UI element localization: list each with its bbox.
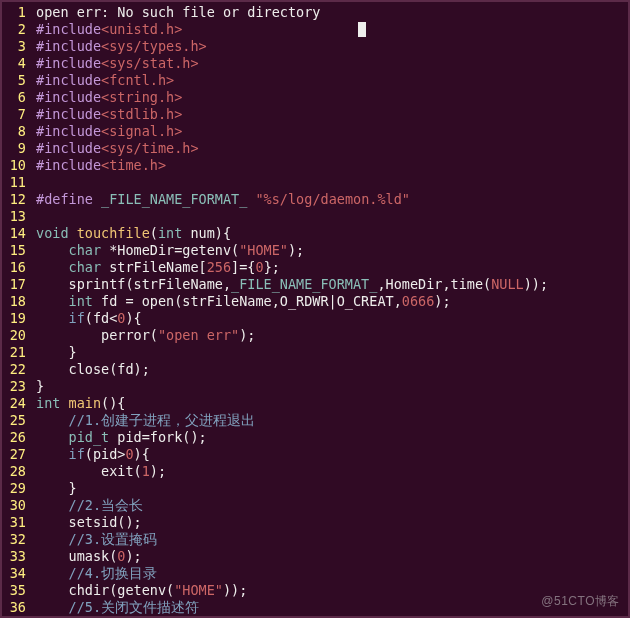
code-line[interactable]: }	[36, 344, 624, 361]
code-token	[36, 497, 69, 513]
line-number: 14	[6, 225, 26, 242]
code-line[interactable]: if(pid>0){	[36, 446, 624, 463]
code-line[interactable]: //4.切换目录	[36, 565, 624, 582]
code-token: #include	[36, 140, 101, 156]
code-line[interactable]: sprintf(strFileName,_FILE_NAME_FORMAT_,H…	[36, 276, 624, 293]
code-line[interactable]: perror("open err");	[36, 327, 624, 344]
code-line[interactable]: umask(0);	[36, 548, 624, 565]
code-line[interactable]: //2.当会长	[36, 497, 624, 514]
code-token: <sys/time.h>	[101, 140, 199, 156]
code-token: <fcntl.h>	[101, 72, 174, 88]
code-token: strFileName[	[101, 259, 207, 275]
code-token: #define	[36, 191, 101, 207]
code-token: }	[36, 344, 77, 360]
code-token: "HOME"	[239, 242, 288, 258]
code-token: setsid();	[36, 514, 142, 530]
code-token: sprintf(strFileName,	[36, 276, 231, 292]
code-line[interactable]: close(fd);	[36, 361, 624, 378]
line-number: 36	[6, 599, 26, 616]
code-line[interactable]	[36, 208, 624, 225]
code-token: <sys/stat.h>	[101, 55, 199, 71]
code-token: (fd<	[85, 310, 118, 326]
line-number: 20	[6, 327, 26, 344]
code-line[interactable]: //3.设置掩码	[36, 531, 624, 548]
code-token: _FILE_NAME_FORMAT_	[101, 191, 247, 207]
code-line[interactable]: pid_t pid=fork();	[36, 429, 624, 446]
code-token: "open err"	[158, 327, 239, 343]
code-token	[36, 259, 69, 275]
line-number: 23	[6, 378, 26, 395]
code-line[interactable]: #include<signal.h>	[36, 123, 624, 140]
line-number: 24	[6, 395, 26, 412]
code-line[interactable]: void touchfile(int num){	[36, 225, 624, 242]
code-token: }	[36, 378, 44, 394]
code-line[interactable]: //1.创建子进程，父进程退出	[36, 412, 624, 429]
code-token	[60, 395, 68, 411]
code-line[interactable]: open err: No such file or directory	[36, 4, 624, 21]
code-token: #include	[36, 106, 101, 122]
code-line[interactable]: //5.关闭文件描述符	[36, 599, 624, 616]
code-line[interactable]: #include<unistd.h>	[36, 21, 624, 38]
code-line[interactable]	[36, 174, 624, 191]
line-number: 11	[6, 174, 26, 191]
code-token: pid=fork();	[109, 429, 207, 445]
code-token	[36, 293, 69, 309]
code-line[interactable]: #include<sys/time.h>	[36, 140, 624, 157]
code-line[interactable]: #include<string.h>	[36, 89, 624, 106]
code-token: 256	[207, 259, 231, 275]
code-token: #include	[36, 55, 101, 71]
line-number: 4	[6, 55, 26, 72]
line-number: 27	[6, 446, 26, 463]
code-line[interactable]: int fd = open(strFileName,O_RDWR|O_CREAT…	[36, 293, 624, 310]
code-token: main	[69, 395, 102, 411]
code-line[interactable]: #include<time.h>	[36, 157, 624, 174]
code-token: NULL	[491, 276, 524, 292]
code-token: #include	[36, 72, 101, 88]
code-token: ]={	[231, 259, 255, 275]
code-line[interactable]: char strFileName[256]={0};	[36, 259, 624, 276]
line-number: 17	[6, 276, 26, 293]
code-line[interactable]: if(fd<0){	[36, 310, 624, 327]
line-number: 19	[6, 310, 26, 327]
line-number: 30	[6, 497, 26, 514]
code-line[interactable]: int main(){	[36, 395, 624, 412]
line-number: 8	[6, 123, 26, 140]
code-token: int	[69, 293, 93, 309]
line-number: 16	[6, 259, 26, 276]
code-line[interactable]: #define _FILE_NAME_FORMAT_ "%s/log/daemo…	[36, 191, 624, 208]
line-number: 6	[6, 89, 26, 106]
code-token	[36, 242, 69, 258]
code-token: );	[434, 293, 450, 309]
code-token: ){	[134, 446, 150, 462]
code-line[interactable]: #include<stdlib.h>	[36, 106, 624, 123]
line-number: 31	[6, 514, 26, 531]
code-line[interactable]: }	[36, 480, 624, 497]
code-token: if	[69, 310, 85, 326]
code-line[interactable]: #include<sys/stat.h>	[36, 55, 624, 72]
text-cursor	[358, 22, 366, 37]
code-token: <sys/types.h>	[101, 38, 207, 54]
code-editor[interactable]: 1234567891011121314151617181920212223242…	[2, 2, 628, 616]
code-token: //5.关闭文件描述符	[69, 599, 200, 615]
line-number: 15	[6, 242, 26, 259]
line-number: 9	[6, 140, 26, 157]
code-line[interactable]: #include<sys/types.h>	[36, 38, 624, 55]
code-line[interactable]: }	[36, 378, 624, 395]
code-area[interactable]: open err: No such file or directory#incl…	[32, 2, 628, 616]
code-token: 1	[142, 463, 150, 479]
line-number: 22	[6, 361, 26, 378]
code-line[interactable]: chdir(getenv("HOME"));	[36, 582, 624, 599]
code-token: int	[158, 225, 182, 241]
code-token: 0666	[402, 293, 435, 309]
code-token	[36, 446, 69, 462]
code-line[interactable]: #include<fcntl.h>	[36, 72, 624, 89]
code-line[interactable]: exit(1);	[36, 463, 624, 480]
line-number: 3	[6, 38, 26, 55]
code-line[interactable]: char *HomeDir=getenv("HOME");	[36, 242, 624, 259]
code-token	[36, 565, 69, 581]
code-token: <unistd.h>	[101, 21, 182, 37]
code-token: num){	[182, 225, 231, 241]
line-number: 1	[6, 4, 26, 21]
code-line[interactable]: setsid();	[36, 514, 624, 531]
code-token	[36, 412, 69, 428]
